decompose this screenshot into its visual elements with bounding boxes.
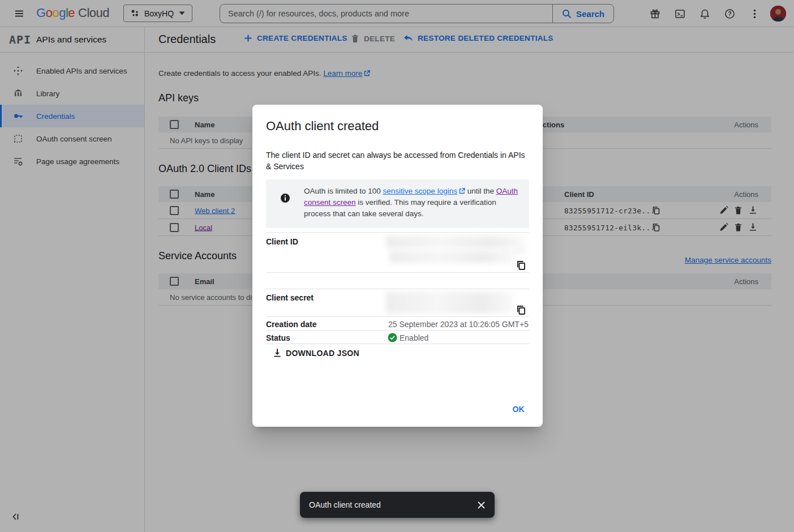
dialog-body-text: The client ID and secret can always be a… bbox=[266, 149, 526, 172]
dialog-title: OAuth client created bbox=[266, 119, 379, 134]
verification-notice: OAuth is limited to 100 sensitive scope … bbox=[266, 179, 529, 228]
creation-date-label: Creation date bbox=[266, 320, 316, 329]
divider bbox=[266, 330, 529, 331]
toast-message: OAuth client created bbox=[309, 500, 474, 509]
divider bbox=[266, 272, 529, 273]
ok-button[interactable]: OK bbox=[508, 401, 529, 417]
notice-pre: OAuth is limited to 100 bbox=[304, 187, 383, 195]
client-secret-label: Client secret bbox=[266, 293, 314, 302]
sensitive-scope-logins-link[interactable]: sensitive scope logins bbox=[383, 187, 457, 195]
external-link-icon bbox=[459, 188, 465, 194]
redacted-client-id bbox=[389, 251, 515, 263]
status-label: Status bbox=[266, 333, 290, 342]
copy-client-secret-icon[interactable] bbox=[516, 305, 526, 315]
redacted-client-id bbox=[386, 236, 526, 248]
check-circle-icon bbox=[388, 333, 397, 342]
redacted-client-secret bbox=[386, 292, 514, 314]
download-icon bbox=[273, 348, 282, 358]
notice-mid: until the bbox=[465, 187, 496, 195]
status-value: Enabled bbox=[400, 333, 428, 342]
snackbar-toast: OAuth client created bbox=[300, 492, 495, 518]
oauth-client-created-dialog: OAuth client created The client ID and s… bbox=[252, 105, 543, 427]
download-json-button[interactable]: DOWNLOAD JSON bbox=[273, 348, 359, 358]
client-id-label: Client ID bbox=[266, 237, 298, 246]
info-icon bbox=[280, 193, 290, 203]
divider bbox=[266, 289, 529, 289]
redacted-client-id bbox=[503, 247, 527, 255]
notice-text: OAuth is limited to 100 sensitive scope … bbox=[304, 186, 518, 220]
download-json-label: DOWNLOAD JSON bbox=[286, 349, 359, 358]
close-icon[interactable] bbox=[474, 498, 488, 512]
google-cloud-console: Google Cloud BoxyHQ Search bbox=[0, 0, 794, 532]
divider bbox=[266, 232, 529, 233]
divider bbox=[266, 344, 529, 344]
divider bbox=[266, 316, 529, 317]
copy-client-id-icon[interactable] bbox=[516, 260, 526, 271]
creation-date-value: 25 September 2023 at 10:26:05 GMT+5 bbox=[388, 320, 529, 329]
